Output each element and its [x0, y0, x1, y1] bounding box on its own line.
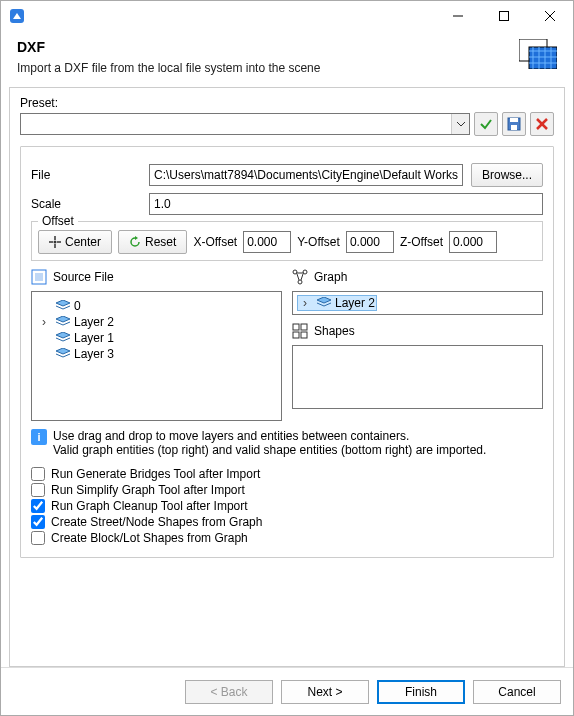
info-line1: Use drag and drop to move layers and ent… [53, 429, 486, 443]
info-box: i Use drag and drop to move layers and e… [31, 429, 543, 457]
svg-rect-28 [301, 332, 307, 338]
preset-label: Preset: [20, 96, 554, 110]
graph-title: Graph [314, 270, 347, 284]
checkbox-cleanup[interactable] [31, 499, 45, 513]
dialog-subtitle: Import a DXF file from the local file sy… [17, 61, 320, 75]
svg-rect-21 [35, 273, 43, 281]
layer-icon [317, 297, 331, 309]
scale-input[interactable] [149, 193, 543, 215]
checkbox-cleanup-label: Run Graph Cleanup Tool after Import [51, 499, 248, 513]
offset-legend: Offset [38, 214, 78, 228]
y-offset-label: Y-Offset [297, 235, 340, 249]
reset-icon [129, 236, 141, 248]
app-icon [9, 8, 25, 24]
chevron-down-icon[interactable] [451, 114, 469, 134]
svg-point-24 [298, 280, 302, 284]
tree-item[interactable]: Layer 1 [36, 330, 277, 346]
preset-apply-button[interactable] [474, 112, 498, 136]
cancel-button[interactable]: Cancel [473, 680, 561, 704]
svg-rect-16 [511, 125, 517, 130]
dialog-header: DXF Import a DXF file from the local fil… [1, 31, 573, 87]
tree-item[interactable]: › Layer 2 [36, 314, 277, 330]
info-line2: Valid graph entities (top right) and val… [53, 443, 486, 457]
svg-point-19 [54, 241, 57, 244]
reset-button[interactable]: Reset [118, 230, 187, 254]
tree-item[interactable]: 0 [36, 298, 277, 314]
back-button[interactable]: < Back [185, 680, 273, 704]
center-icon [49, 236, 61, 248]
svg-rect-27 [293, 332, 299, 338]
layer-icon [56, 316, 70, 328]
finish-button[interactable]: Finish [377, 680, 465, 704]
close-button[interactable] [527, 1, 573, 31]
svg-rect-25 [293, 324, 299, 330]
checkbox-street[interactable] [31, 515, 45, 529]
source-file-tree[interactable]: 0 › Layer 2 Layer 1 L [31, 291, 282, 421]
file-panel: File Browse... Scale Offset Center Reset… [20, 146, 554, 558]
offset-fieldset: Offset Center Reset X-Offset Y-Offset Z-… [31, 221, 543, 261]
dialog-title: DXF [17, 39, 320, 55]
center-button[interactable]: Center [38, 230, 112, 254]
file-label: File [31, 168, 141, 182]
preset-combo[interactable] [20, 113, 470, 135]
preset-delete-button[interactable] [530, 112, 554, 136]
source-file-icon [31, 269, 47, 285]
layer-icon [56, 332, 70, 344]
checkbox-block-label: Create Block/Lot Shapes from Graph [51, 531, 248, 545]
source-file-title: Source File [53, 270, 114, 284]
svg-rect-2 [500, 12, 509, 21]
x-offset-label: X-Offset [193, 235, 237, 249]
info-icon: i [31, 429, 47, 445]
dialog-footer: < Back Next > Finish Cancel [1, 667, 573, 715]
x-offset-input[interactable] [243, 231, 291, 253]
y-offset-input[interactable] [346, 231, 394, 253]
maximize-button[interactable] [481, 1, 527, 31]
checkbox-street-label: Create Street/Node Shapes from Graph [51, 515, 262, 529]
z-offset-input[interactable] [449, 231, 497, 253]
minimize-button[interactable] [435, 1, 481, 31]
content-panel: Preset: File Browse... Scale Offset Ce [9, 87, 565, 667]
shapes-title: Shapes [314, 324, 355, 338]
graph-list[interactable]: › Layer 2 [292, 291, 543, 315]
svg-rect-26 [301, 324, 307, 330]
dxf-icon [519, 39, 557, 69]
svg-rect-15 [510, 118, 518, 122]
checkbox-bridges-label: Run Generate Bridges Tool after Import [51, 467, 260, 481]
scale-label: Scale [31, 197, 141, 211]
z-offset-label: Z-Offset [400, 235, 443, 249]
shapes-list[interactable] [292, 345, 543, 409]
next-button[interactable]: Next > [281, 680, 369, 704]
graph-item-selected[interactable]: › Layer 2 [297, 295, 377, 311]
tree-item[interactable]: Layer 3 [36, 346, 277, 362]
browse-button[interactable]: Browse... [471, 163, 543, 187]
checkbox-block[interactable] [31, 531, 45, 545]
graph-icon [292, 269, 308, 285]
checkbox-simplify[interactable] [31, 483, 45, 497]
checkbox-simplify-label: Run Simplify Graph Tool after Import [51, 483, 245, 497]
titlebar [1, 1, 573, 31]
expand-icon[interactable]: › [42, 315, 52, 329]
layer-icon [56, 300, 70, 312]
file-input[interactable] [149, 164, 463, 186]
checkbox-bridges[interactable] [31, 467, 45, 481]
expand-icon[interactable]: › [303, 296, 313, 310]
layer-icon [56, 348, 70, 360]
preset-save-button[interactable] [502, 112, 526, 136]
shapes-icon [292, 323, 308, 339]
